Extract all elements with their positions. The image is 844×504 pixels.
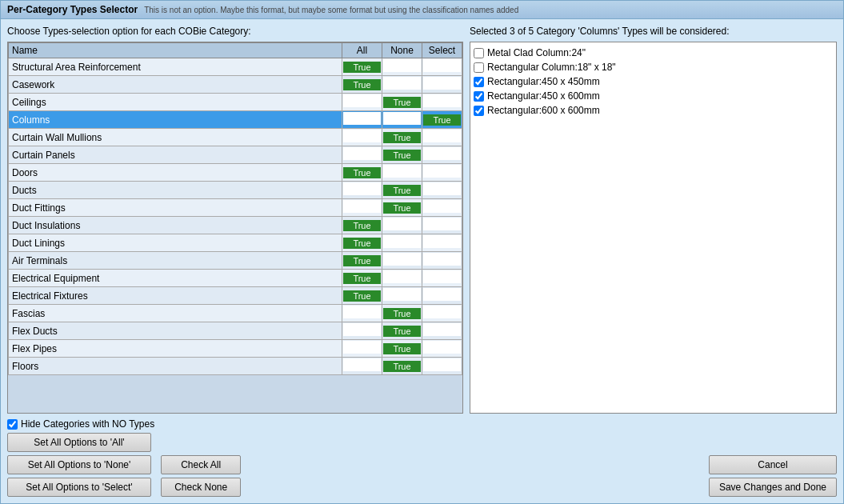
row-none[interactable] bbox=[382, 217, 422, 234]
row-none[interactable] bbox=[382, 252, 422, 270]
row-all[interactable] bbox=[342, 322, 382, 340]
row-select[interactable] bbox=[422, 217, 462, 234]
table-row[interactable]: Duct InsulationsTrue bbox=[9, 217, 462, 234]
table-row[interactable]: Duct FittingsTrue bbox=[9, 199, 462, 217]
row-none[interactable]: True bbox=[382, 340, 422, 358]
row-select[interactable] bbox=[422, 129, 462, 146]
right-panel: Selected 3 of 5 Category 'Columns' Types… bbox=[470, 26, 837, 414]
cancel-button[interactable]: Cancel bbox=[709, 455, 837, 474]
row-none[interactable]: True bbox=[382, 358, 422, 375]
list-item-checkbox[interactable] bbox=[474, 62, 484, 73]
set-select-button[interactable]: Set All Options to 'Select' bbox=[7, 478, 151, 497]
set-all-button[interactable]: Set All Options to 'All' bbox=[7, 433, 151, 452]
category-table: Name All None Select Structural Area Rei… bbox=[8, 42, 462, 375]
row-select[interactable] bbox=[422, 287, 462, 305]
check-all-button[interactable]: Check All bbox=[161, 455, 241, 474]
list-item-checkbox[interactable] bbox=[474, 106, 484, 116]
row-all[interactable] bbox=[342, 358, 382, 375]
list-item-checkbox[interactable] bbox=[474, 77, 484, 87]
row-all[interactable] bbox=[342, 146, 382, 164]
row-none[interactable]: True bbox=[382, 199, 422, 217]
row-select[interactable] bbox=[422, 199, 462, 217]
window-title: Per-Category Types Selector bbox=[7, 4, 138, 15]
row-none[interactable] bbox=[382, 76, 422, 94]
row-select[interactable] bbox=[422, 340, 462, 358]
row-select[interactable] bbox=[422, 94, 462, 111]
check-none-button[interactable]: Check None bbox=[161, 478, 241, 497]
left-panel: Choose Types-selection option for each C… bbox=[7, 26, 463, 414]
table-row[interactable]: Flex PipesTrue bbox=[9, 340, 462, 358]
row-all[interactable] bbox=[342, 94, 382, 111]
row-none[interactable]: True bbox=[382, 94, 422, 111]
table-row[interactable]: Air TerminalsTrue bbox=[9, 252, 462, 270]
row-all[interactable] bbox=[342, 182, 382, 199]
row-none[interactable] bbox=[382, 58, 422, 76]
table-row[interactable]: DuctsTrue bbox=[9, 182, 462, 199]
table-row[interactable]: Electrical EquipmentTrue bbox=[9, 270, 462, 287]
row-none[interactable]: True bbox=[382, 322, 422, 340]
row-none[interactable] bbox=[382, 234, 422, 252]
row-none[interactable]: True bbox=[382, 146, 422, 164]
row-none[interactable] bbox=[382, 164, 422, 182]
row-name: Floors bbox=[9, 358, 342, 375]
row-all[interactable]: True bbox=[342, 270, 382, 287]
left-panel-label: Choose Types-selection option for each C… bbox=[7, 26, 463, 37]
row-none[interactable] bbox=[382, 287, 422, 305]
row-name: Curtain Panels bbox=[9, 146, 342, 164]
table-row[interactable]: Flex DuctsTrue bbox=[9, 322, 462, 340]
row-all[interactable] bbox=[342, 305, 382, 322]
row-select[interactable] bbox=[422, 358, 462, 375]
save-button[interactable]: Save Changes and Done bbox=[709, 478, 837, 497]
table-row[interactable]: Electrical FixturesTrue bbox=[9, 287, 462, 305]
row-none[interactable] bbox=[382, 111, 422, 129]
row-select[interactable] bbox=[422, 182, 462, 199]
row-select[interactable] bbox=[422, 146, 462, 164]
table-row[interactable]: Curtain Wall MullionsTrue bbox=[9, 129, 462, 146]
row-select[interactable] bbox=[422, 252, 462, 270]
title-bar: Per-Category Types Selector This is not … bbox=[1, 1, 843, 19]
window-subtitle: This is not an option. Maybe this format… bbox=[144, 6, 518, 14]
row-select[interactable] bbox=[422, 270, 462, 287]
row-all[interactable] bbox=[342, 129, 382, 146]
table-row[interactable]: Duct LiningsTrue bbox=[9, 234, 462, 252]
table-row[interactable]: ColumnsTrue bbox=[9, 111, 462, 129]
row-name: Flex Ducts bbox=[9, 322, 342, 340]
table-row[interactable]: FloorsTrue bbox=[9, 358, 462, 375]
row-select[interactable] bbox=[422, 76, 462, 94]
row-all[interactable]: True bbox=[342, 217, 382, 234]
row-select[interactable] bbox=[422, 305, 462, 322]
set-none-button[interactable]: Set All Options to 'None' bbox=[7, 455, 151, 474]
row-select[interactable]: True bbox=[422, 111, 462, 129]
table-row[interactable]: CaseworkTrue bbox=[9, 76, 462, 94]
row-all[interactable]: True bbox=[342, 76, 382, 94]
row-none[interactable]: True bbox=[382, 305, 422, 322]
hide-categories-checkbox[interactable] bbox=[7, 419, 18, 430]
table-inner[interactable]: Name All None Select Structural Area Rei… bbox=[8, 42, 462, 413]
row-none[interactable]: True bbox=[382, 182, 422, 199]
table-row[interactable]: Curtain PanelsTrue bbox=[9, 146, 462, 164]
row-all[interactable] bbox=[342, 111, 382, 129]
table-row[interactable]: FasciasTrue bbox=[9, 305, 462, 322]
row-none[interactable] bbox=[382, 270, 422, 287]
row-select[interactable] bbox=[422, 164, 462, 182]
row-select[interactable] bbox=[422, 58, 462, 76]
row-all[interactable]: True bbox=[342, 164, 382, 182]
row-all[interactable]: True bbox=[342, 234, 382, 252]
row-all[interactable]: True bbox=[342, 287, 382, 305]
row-select[interactable] bbox=[422, 322, 462, 340]
list-item-checkbox[interactable] bbox=[474, 48, 484, 58]
row-all[interactable] bbox=[342, 340, 382, 358]
row-select[interactable] bbox=[422, 234, 462, 252]
table-row[interactable]: Structural Area ReinforcementTrue bbox=[9, 58, 462, 76]
row-all[interactable]: True bbox=[342, 58, 382, 76]
list-item: Rectangular Column:18" x 18" bbox=[474, 60, 833, 74]
row-all[interactable] bbox=[342, 199, 382, 217]
row-none[interactable]: True bbox=[382, 129, 422, 146]
row-name: Electrical Equipment bbox=[9, 270, 342, 287]
row-all[interactable]: True bbox=[342, 252, 382, 270]
row-name: Ducts bbox=[9, 182, 342, 199]
table-row[interactable]: CeilingsTrue bbox=[9, 94, 462, 111]
list-item-checkbox[interactable] bbox=[474, 91, 484, 102]
bottom-area: Hide Categories with NO Types Set All Op… bbox=[7, 418, 837, 497]
table-row[interactable]: DoorsTrue bbox=[9, 164, 462, 182]
